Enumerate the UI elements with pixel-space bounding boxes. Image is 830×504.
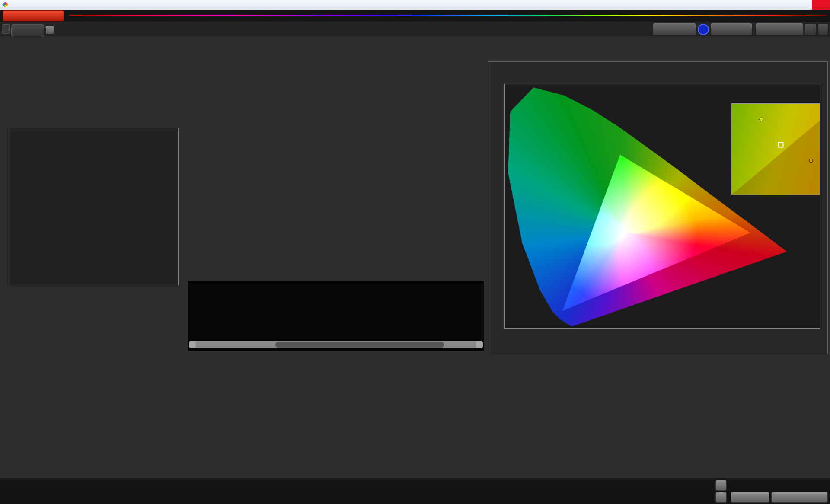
- meter-select-dropdown[interactable]: [653, 23, 696, 36]
- collapse-panel-button[interactable]: [818, 23, 828, 35]
- display-control-dropdown[interactable]: [756, 23, 803, 36]
- patch-preview-strip: [188, 281, 484, 351]
- display-control-accent: [756, 23, 757, 35]
- close-button[interactable]: [812, 0, 830, 10]
- deltae-bar-chart: [10, 128, 179, 286]
- meter-status-accent: [653, 23, 654, 35]
- add-tab-button[interactable]: [46, 26, 54, 34]
- cie-zoom-inset: [731, 103, 820, 195]
- eject-icon[interactable]: [715, 480, 727, 491]
- cie-inset-gamut-edge: [732, 104, 820, 195]
- cie-inset-measured-dot: [759, 117, 763, 121]
- cie-1931-panel: [488, 61, 828, 354]
- scrollbar-thumb[interactable]: [275, 342, 444, 348]
- calman-menu-button[interactable]: [3, 10, 64, 21]
- pattern-window-icon[interactable]: [715, 492, 727, 503]
- app-icon: [2, 2, 8, 8]
- patch-strip-scrollbar[interactable]: [189, 341, 483, 348]
- source-select-dropdown[interactable]: [711, 23, 752, 36]
- back-button[interactable]: [731, 492, 769, 503]
- cie-inset-measured-dot: [809, 159, 813, 163]
- patch-selector-bar: [0, 478, 830, 504]
- gear-icon[interactable]: [805, 23, 816, 35]
- spectrum-gradient-strip: [69, 15, 827, 16]
- cie-inset-target-square: [778, 142, 783, 147]
- tab-history-1[interactable]: [11, 24, 44, 36]
- tab-expander-button[interactable]: [2, 24, 10, 34]
- source-status-accent: [711, 23, 712, 35]
- maximize-button[interactable]: [799, 0, 812, 10]
- cie-chromaticity-plot: [504, 84, 820, 329]
- brand-bar: [0, 10, 830, 22]
- tab-bar: [0, 22, 830, 36]
- meter-badge[interactable]: [698, 24, 709, 35]
- scroll-right-icon[interactable]: [476, 341, 483, 348]
- scroll-left-icon[interactable]: [189, 341, 196, 348]
- minimize-button[interactable]: [786, 0, 799, 10]
- calman-window: [0, 0, 830, 504]
- title-bar: [0, 0, 830, 10]
- next-button[interactable]: [771, 492, 828, 503]
